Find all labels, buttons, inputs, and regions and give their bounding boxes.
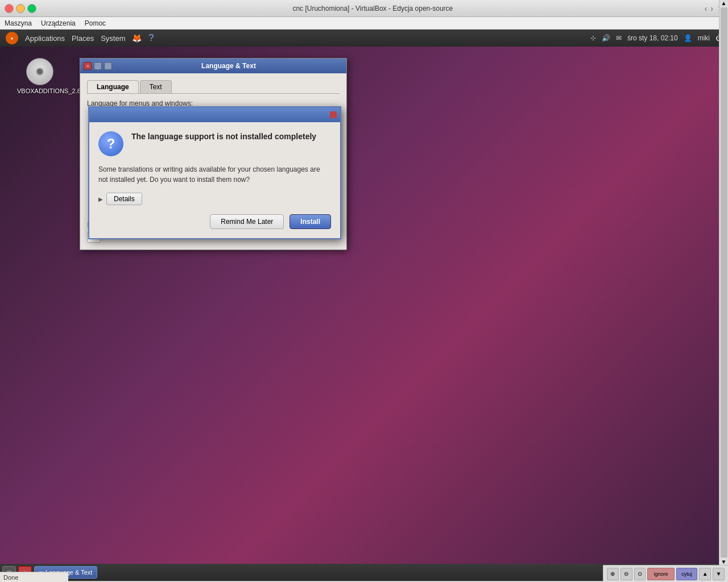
- ubuntu-panel: ● Applications Places System 🦊 ? ⊹ 🔊 ✉ ś…: [0, 30, 728, 47]
- dialog-buttons: Remind Me Later Install: [98, 214, 331, 229]
- details-row: ▶ Details: [98, 193, 331, 205]
- ubuntu-applications-menu[interactable]: Applications: [25, 34, 65, 43]
- help-icon[interactable]: ?: [148, 33, 154, 43]
- username-label: miki: [698, 34, 710, 42]
- vbox-menu-maszyna[interactable]: Maszyna: [5, 19, 32, 27]
- vbox-menubar: Maszyna Urządzenia Pomoc: [0, 17, 728, 30]
- vboxadditions-desktop-icon[interactable]: VBOXADDITIONS_2.8_64453: [17, 58, 63, 94]
- vbox-nav-back[interactable]: ‹: [705, 4, 708, 13]
- dialog-header: ? The language support is not installed …: [98, 131, 331, 156]
- network-icon[interactable]: ⊹: [590, 34, 596, 42]
- ubuntu-places-menu[interactable]: Places: [72, 34, 94, 43]
- firefox-icon[interactable]: 🦊: [132, 34, 142, 43]
- vbox-menu-urzadzenia[interactable]: Urządzenia: [41, 19, 76, 27]
- vbox-window-title: cnc [Uruchomiona] - VirtualBox - Edycja …: [41, 5, 705, 13]
- dialog-question-icon: ?: [98, 131, 123, 156]
- dialog-content: ? The language support is not installed …: [89, 122, 340, 238]
- dialog-close-btn[interactable]: [330, 111, 337, 118]
- lang-support-titlebar: [89, 107, 340, 122]
- lang-text-tab-bar: Language Text: [87, 80, 340, 94]
- language-support-dialog: ? The language support is not installed …: [88, 106, 341, 239]
- remind-me-later-button[interactable]: Remind Me Later: [210, 214, 284, 229]
- ubuntu-system-menu[interactable]: System: [101, 34, 125, 43]
- user-icon[interactable]: 👤: [684, 34, 692, 42]
- vm-screen: ● Applications Places System 🦊 ? ⊹ 🔊 ✉ ś…: [0, 30, 728, 581]
- vbox-minimize-btn[interactable]: [16, 4, 25, 13]
- vbox-nav-forward[interactable]: ›: [710, 4, 713, 13]
- desktop-icon-label: VBOXADDITIONS_2.8_64453: [17, 88, 63, 94]
- details-button[interactable]: Details: [106, 193, 142, 205]
- panel-right: ⊹ 🔊 ✉ śro sty 18, 02:10 👤 miki ⏻: [590, 34, 722, 42]
- lang-text-titlebar: ✕ _ □ Language & Text: [80, 59, 346, 73]
- dialog-heading: The language support is not installed co…: [131, 131, 316, 156]
- vbox-window-controls[interactable]: [5, 4, 36, 13]
- details-arrow-icon: ▶: [98, 196, 103, 202]
- ubuntu-logo[interactable]: ●: [6, 32, 18, 44]
- lang-text-minimize-btn[interactable]: _: [94, 62, 102, 70]
- mail-icon[interactable]: ✉: [616, 34, 622, 42]
- vbox-maximize-btn[interactable]: [27, 4, 36, 13]
- disc-icon: [26, 58, 53, 85]
- lang-text-close-btn[interactable]: ✕: [84, 62, 92, 70]
- install-button[interactable]: Install: [289, 214, 331, 229]
- vbox-titlebar: cnc [Uruchomiona] - VirtualBox - Edycja …: [0, 0, 728, 17]
- datetime-display: śro sty 18, 02:10: [627, 34, 678, 42]
- vbox-menu-pomoc[interactable]: Pomoc: [85, 19, 106, 27]
- vbox-close-btn[interactable]: [5, 4, 14, 13]
- speaker-icon[interactable]: 🔊: [602, 34, 610, 42]
- tab-text[interactable]: Text: [140, 80, 172, 93]
- lang-text-maximize-btn[interactable]: □: [104, 62, 112, 70]
- lang-text-window-title: Language & Text: [114, 62, 343, 70]
- dialog-body-text: Some translations or writing aids availa…: [98, 164, 331, 185]
- tab-language[interactable]: Language: [87, 80, 139, 93]
